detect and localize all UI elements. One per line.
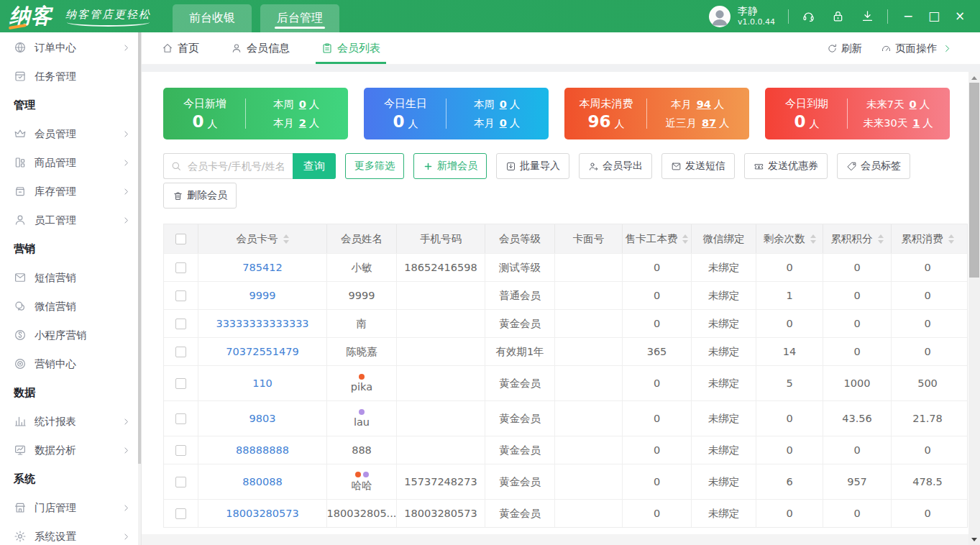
- sort-arrows[interactable]: [682, 234, 688, 244]
- sidebar-item[interactable]: 数据分析: [0, 436, 141, 464]
- cell-points: 1000: [823, 366, 892, 400]
- cell-card[interactable]: 9999: [198, 282, 327, 309]
- topbar-tab-1[interactable]: 前台收银: [173, 4, 252, 32]
- sidebar-item[interactable]: 订单中心: [0, 33, 141, 62]
- cell-card[interactable]: 70372551479: [198, 338, 327, 365]
- page-tabs: 首页会员信息会员列表: [162, 32, 412, 64]
- subrow-value[interactable]: 0: [299, 99, 306, 110]
- horizontal-scrollbar[interactable]: [142, 534, 968, 545]
- sidebar: 订单中心任务管理管理会员管理商品管理库存管理员工管理营销短信营销微信营销小程序营…: [0, 32, 142, 545]
- cell-times: 0: [756, 254, 823, 281]
- member-tags-button[interactable]: 会员标签: [837, 153, 910, 179]
- refresh-button[interactable]: 刷新: [827, 42, 862, 55]
- sort-arrows[interactable]: [878, 234, 884, 244]
- lock-screen-button[interactable]: [831, 9, 845, 23]
- cell-card[interactable]: 33333333333333: [198, 310, 327, 337]
- send-coupon-button[interactable]: 发送优惠券: [744, 153, 828, 179]
- subrow-value[interactable]: 94: [697, 99, 711, 110]
- sidebar-scrollbar[interactable]: [138, 32, 141, 545]
- row-checkbox[interactable]: [175, 347, 186, 357]
- row-checkbox[interactable]: [175, 477, 186, 487]
- row-checkbox[interactable]: [175, 378, 186, 389]
- cell-card[interactable]: 880088: [198, 464, 327, 499]
- page-tab-label: 会员列表: [337, 42, 380, 55]
- more-filters-button[interactable]: 更多筛选: [345, 153, 404, 179]
- cell-card[interactable]: 110: [198, 366, 327, 400]
- sidebar-scrollbar-thumb[interactable]: [138, 32, 141, 464]
- stat-card-subrow: 未来7天0人: [853, 95, 943, 114]
- cell-card[interactable]: 785412: [198, 254, 327, 281]
- color-dot: [363, 472, 369, 477]
- row-checkbox[interactable]: [175, 413, 186, 424]
- cell-level: 普通会员: [485, 282, 555, 309]
- stat-card-breakdown: 本月94人近三月87人: [653, 95, 742, 132]
- row-checkbox[interactable]: [175, 262, 186, 273]
- sort-down-icon: [682, 240, 688, 244]
- sidebar-item[interactable]: 微信营销: [0, 292, 141, 321]
- sort-arrows[interactable]: [810, 234, 816, 244]
- cell-points: 0: [823, 436, 892, 464]
- export-members-button[interactable]: 会员导出: [579, 153, 652, 179]
- sidebar-item[interactable]: 会员管理: [0, 119, 141, 148]
- sidebar-item[interactable]: 门店管理: [0, 493, 141, 522]
- stat-card-value: 96人: [572, 114, 641, 130]
- customer-service-button[interactable]: [802, 9, 815, 23]
- download-button[interactable]: [861, 9, 874, 23]
- subrow-value[interactable]: 87: [702, 117, 716, 129]
- cell-spend: 0: [892, 500, 963, 527]
- cell-wechat: 未绑定: [692, 338, 756, 365]
- divider: [788, 9, 789, 24]
- avatar[interactable]: [709, 6, 731, 27]
- sidebar-item[interactable]: 任务管理: [0, 62, 141, 91]
- subrow-value[interactable]: 0: [500, 117, 507, 129]
- page-tabbar: 首页会员信息会员列表 刷新页面操作: [142, 32, 980, 65]
- vertical-scrollbar[interactable]: [968, 72, 980, 545]
- sidebar-item[interactable]: 系统设置: [0, 522, 141, 545]
- add-member-button[interactable]: 新增会员: [413, 153, 487, 179]
- minimize-button[interactable]: −: [901, 10, 915, 22]
- page-tab-1[interactable]: 首页: [162, 32, 199, 64]
- cell-card[interactable]: 9803: [198, 401, 327, 436]
- sidebar-item-label: 员工管理: [35, 214, 76, 227]
- close-button[interactable]: ×: [953, 10, 967, 22]
- column-label: 售卡工本费: [626, 232, 678, 246]
- maximize-button[interactable]: □: [927, 10, 941, 22]
- topbar-tab-2[interactable]: 后台管理: [260, 4, 339, 32]
- member-name-with-dots: 哈哈: [352, 472, 372, 493]
- sidebar-item[interactable]: 员工管理: [0, 206, 141, 234]
- cell-card[interactable]: 88888888: [198, 436, 327, 464]
- sidebar-item[interactable]: 统计报表: [0, 407, 141, 436]
- subrow-value[interactable]: 2: [299, 117, 306, 129]
- search-input[interactable]: [163, 153, 293, 179]
- scroll-up-arrow[interactable]: [968, 73, 980, 83]
- sidebar-item[interactable]: 商品管理: [0, 148, 141, 177]
- sort-arrows[interactable]: [948, 234, 954, 244]
- delete-members-button[interactable]: 删除会员: [163, 183, 237, 209]
- page-tab-3[interactable]: 会员列表: [321, 32, 380, 64]
- subrow-value[interactable]: 1: [912, 117, 920, 129]
- cell-times: 0: [756, 436, 823, 464]
- sidebar-item[interactable]: 库存管理: [0, 177, 141, 206]
- row-checkbox[interactable]: [175, 290, 186, 301]
- select-all-checkbox[interactable]: [175, 234, 186, 244]
- sidebar-item[interactable]: 小程序营销: [0, 321, 141, 349]
- sort-arrows[interactable]: [283, 234, 289, 244]
- row-checkbox[interactable]: [175, 319, 186, 329]
- search-button[interactable]: 查询: [293, 153, 336, 179]
- sidebar-item[interactable]: 营销中心: [0, 349, 141, 378]
- sidebar-item[interactable]: 短信营销: [0, 263, 141, 292]
- page-operations-button[interactable]: 页面操作: [881, 42, 953, 55]
- cell-card[interactable]: 18003280573: [198, 500, 327, 527]
- page-tab-2[interactable]: 会员信息: [231, 32, 290, 64]
- cell-fee: 0: [623, 282, 692, 309]
- subrow-value[interactable]: 0: [500, 99, 507, 110]
- send-sms-button[interactable]: 发送短信: [661, 153, 735, 179]
- card-divider: [446, 99, 447, 129]
- scrollbar-thumb[interactable]: [969, 83, 979, 278]
- subrow-value[interactable]: 0: [910, 99, 917, 110]
- row-checkbox[interactable]: [175, 508, 186, 519]
- row-checkbox[interactable]: [175, 445, 186, 456]
- scroll-down-arrow[interactable]: [968, 534, 980, 544]
- sidebar-item-label: 会员管理: [35, 127, 76, 141]
- batch-import-button[interactable]: 批量导入: [496, 153, 569, 179]
